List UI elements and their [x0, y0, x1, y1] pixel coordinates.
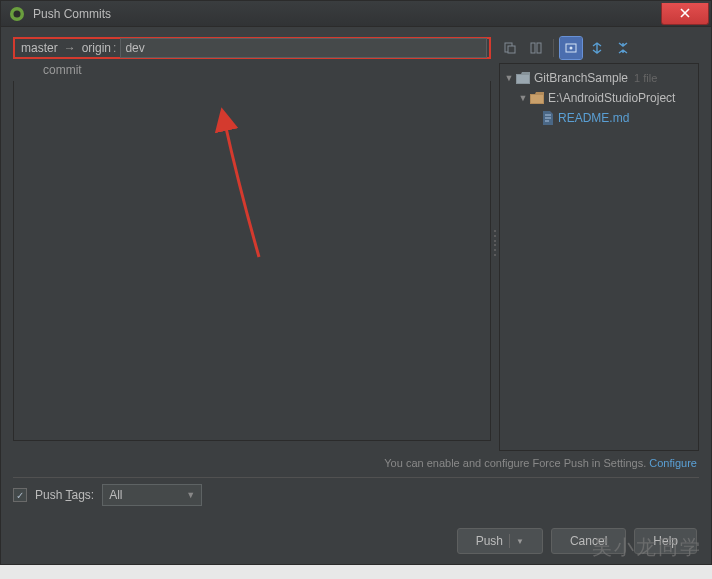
chevron-down-icon: ▼	[516, 537, 524, 546]
remote-branch-input[interactable]	[120, 38, 487, 58]
folder-icon	[530, 92, 544, 104]
force-push-hint: You can enable and configure Force Push …	[13, 451, 699, 477]
folder-icon	[516, 72, 530, 84]
colon: :	[113, 41, 116, 55]
configure-link[interactable]: Configure	[649, 457, 697, 469]
close-button[interactable]	[661, 3, 709, 25]
dialog-content: master → origin : commit	[1, 27, 711, 564]
tree-file-row[interactable]: README.md	[500, 108, 698, 128]
push-tags-value: All	[109, 488, 122, 502]
push-tags-checkbox[interactable]: ✓	[13, 488, 27, 502]
app-icon	[9, 6, 25, 22]
push-tags-row: ✓ Push Tags: All ▼	[13, 477, 699, 512]
expand-arrow-icon[interactable]: ▼	[518, 93, 528, 103]
tree-path-row[interactable]: ▼ E:\AndroidStudioProject	[500, 88, 698, 108]
svg-point-1	[14, 10, 21, 17]
expand-arrow-icon[interactable]: ▼	[504, 73, 514, 83]
hint-text: You can enable and configure Force Push …	[384, 457, 646, 469]
remote-label: origin	[82, 41, 111, 55]
help-button[interactable]: Help	[634, 528, 697, 554]
annotation-arrow	[164, 107, 284, 267]
local-branch-label: master	[21, 41, 58, 55]
arrow-icon: →	[64, 41, 76, 55]
toolbar-separator	[553, 39, 554, 57]
branch-target-row: master → origin :	[13, 37, 491, 59]
push-commits-dialog: Push Commits master → origin : commit	[0, 0, 712, 565]
window-title: Push Commits	[33, 7, 661, 21]
tree-file-label: README.md	[558, 111, 629, 125]
commit-list-item[interactable]: commit	[13, 59, 491, 77]
tool-group-icon[interactable]	[560, 37, 582, 59]
svg-rect-9	[531, 95, 543, 103]
svg-rect-3	[508, 46, 515, 53]
splitter-handle[interactable]	[493, 229, 497, 257]
push-button[interactable]: Push ▼	[457, 528, 543, 554]
tree-path-label: E:\AndroidStudioProject	[548, 91, 675, 105]
diff-toolbar	[499, 37, 699, 59]
tool-collapse-icon[interactable]	[612, 37, 634, 59]
chevron-down-icon: ▼	[186, 490, 195, 500]
commits-panel	[13, 81, 491, 441]
tree-root-meta: 1 file	[634, 72, 657, 84]
svg-point-7	[570, 47, 573, 50]
cancel-button[interactable]: Cancel	[551, 528, 626, 554]
file-icon	[542, 111, 554, 125]
titlebar[interactable]: Push Commits	[1, 1, 711, 27]
push-tags-label: Push Tags:	[35, 488, 94, 502]
tree-root-row[interactable]: ▼ GitBranchSample 1 file	[500, 68, 698, 88]
tool-diff-icon[interactable]	[525, 37, 547, 59]
svg-rect-5	[537, 43, 541, 53]
tool-copy-icon[interactable]	[499, 37, 521, 59]
svg-rect-8	[517, 75, 529, 83]
push-tags-select[interactable]: All ▼	[102, 484, 202, 506]
toolbar-separator	[509, 534, 510, 548]
dialog-buttons: Push ▼ Cancel Help	[13, 512, 699, 556]
tree-root-label: GitBranchSample	[534, 71, 628, 85]
tool-expand-icon[interactable]	[586, 37, 608, 59]
svg-rect-4	[531, 43, 535, 53]
changed-files-tree: ▼ GitBranchSample 1 file ▼ E:\AndroidStu…	[499, 63, 699, 451]
